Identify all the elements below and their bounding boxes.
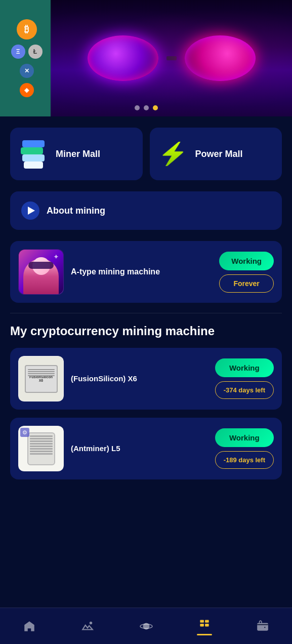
- featured-working-button[interactable]: Working: [219, 252, 274, 270]
- dot-3[interactable]: [153, 105, 158, 110]
- chart-icon: [80, 619, 95, 633]
- miner-mall-label: Miner Mall: [56, 149, 100, 159]
- fusionsilicon-days-button[interactable]: -374 days left: [215, 381, 274, 399]
- nav-active-bar: [197, 634, 212, 635]
- hero-image: [51, 0, 292, 116]
- fusionsilicon-name: (FusionSilicon) X6: [71, 374, 208, 384]
- section-divider: [10, 313, 282, 313]
- antminer-thumb: ⚙: [18, 426, 64, 471]
- power-mall-card[interactable]: ⚡ Power Mall: [150, 128, 282, 180]
- chart-icon-path: [82, 625, 93, 629]
- miner-vents: [26, 368, 57, 377]
- my-machines-title: My cryptocurrency mining machine: [10, 324, 282, 339]
- btc-coin: ₿: [17, 19, 37, 39]
- miner-mall-icon: [18, 139, 49, 169]
- antminer-days-button[interactable]: -189 days left: [215, 451, 274, 469]
- layer-2: [21, 147, 43, 154]
- mining-rect-1: [200, 620, 204, 622]
- fusionsilicon-working-button[interactable]: Working: [215, 358, 274, 377]
- stack-layers-icon: [21, 140, 46, 168]
- vr-glasses: [51, 0, 292, 116]
- featured-machine-info: A-type mining machine: [71, 267, 212, 277]
- antminer-body: [27, 432, 55, 465]
- carousel-dots[interactable]: [135, 105, 158, 110]
- about-mining-label: About mining: [47, 206, 105, 216]
- featured-status-buttons: Working Forever: [219, 252, 274, 293]
- fusionsilicon-card: ⚙ FusionSiliconX6 (FusionSilicon) X6 Wor…: [10, 348, 282, 410]
- vr-headset: [28, 262, 54, 269]
- dot-1[interactable]: [135, 105, 140, 110]
- nav-explore[interactable]: [117, 619, 175, 633]
- fusionsilicon-image: FusionSiliconX6: [19, 356, 63, 401]
- fusionsilicon-body: FusionSiliconX6: [25, 365, 58, 393]
- ltc-coin: Ł: [28, 45, 43, 59]
- glow-overlay: [51, 0, 292, 116]
- chart-dot: [90, 621, 92, 624]
- planet-icon: [139, 619, 153, 633]
- hero-carousel[interactable]: ₿ Ξ Ł ✕ ◈: [0, 0, 292, 116]
- miner-mall-card[interactable]: Miner Mall: [10, 128, 143, 180]
- wallet-dot: [265, 627, 266, 628]
- antminer-working-button[interactable]: Working: [215, 428, 274, 447]
- nav-mining[interactable]: [175, 617, 233, 635]
- home-icon-path: [24, 621, 34, 631]
- dot-2[interactable]: [144, 105, 149, 110]
- antminer-name: (Antminer) L5: [71, 444, 208, 454]
- mining-rect-3: [200, 624, 204, 626]
- antminer-buttons: Working -189 days left: [215, 428, 274, 469]
- layer-3: [22, 154, 45, 162]
- mining-rect-4: [205, 624, 209, 626]
- mining-icon: [197, 617, 212, 631]
- antminer-info: (Antminer) L5: [71, 444, 208, 454]
- play-triangle-icon: [28, 207, 35, 215]
- wallet-strap: [260, 621, 262, 623]
- layer-4: [24, 162, 43, 169]
- bottom-nav: [0, 608, 292, 644]
- orange-coin: ◈: [20, 83, 34, 97]
- featured-forever-button[interactable]: Forever: [219, 274, 274, 293]
- mining-rect-2: [205, 620, 209, 622]
- layer-1: [22, 140, 45, 147]
- xrp-coin: ✕: [20, 64, 34, 78]
- play-button[interactable]: [21, 202, 39, 220]
- wallet-icon: [256, 619, 270, 633]
- nav-chart[interactable]: [58, 619, 116, 633]
- sparkle: ✦: [53, 253, 59, 261]
- about-mining-card[interactable]: About mining: [10, 191, 282, 230]
- gear-icon-2: ⚙: [20, 428, 29, 437]
- eth-coin: Ξ: [11, 45, 25, 59]
- mall-section: Miner Mall ⚡ Power Mall: [10, 128, 282, 180]
- nav-wallet[interactable]: [234, 619, 292, 633]
- featured-machine-thumb: ✦: [18, 249, 64, 295]
- featured-machine-name: A-type mining machine: [71, 267, 212, 277]
- fusionsilicon-thumb: ⚙ FusionSiliconX6: [18, 356, 64, 401]
- bolt-icon: ⚡: [158, 142, 188, 166]
- antminer-card: ⚙ (Antminer) L5 Working -189 days left: [10, 418, 282, 479]
- wallet-body: [257, 623, 268, 630]
- power-mall-label: Power Mall: [195, 149, 243, 159]
- vr-person-image: ✦: [19, 250, 63, 294]
- coin-scatter: ₿ Ξ Ł ✕ ◈: [0, 0, 53, 116]
- fusionsilicon-buttons: Working -374 days left: [215, 358, 274, 399]
- featured-machine-card: ✦ A-type mining machine Working Forever: [10, 241, 282, 303]
- power-mall-icon: ⚡: [158, 139, 188, 169]
- nav-home[interactable]: [0, 619, 58, 633]
- home-icon: [22, 619, 36, 633]
- fusionsilicon-info: (FusionSilicon) X6: [71, 374, 208, 384]
